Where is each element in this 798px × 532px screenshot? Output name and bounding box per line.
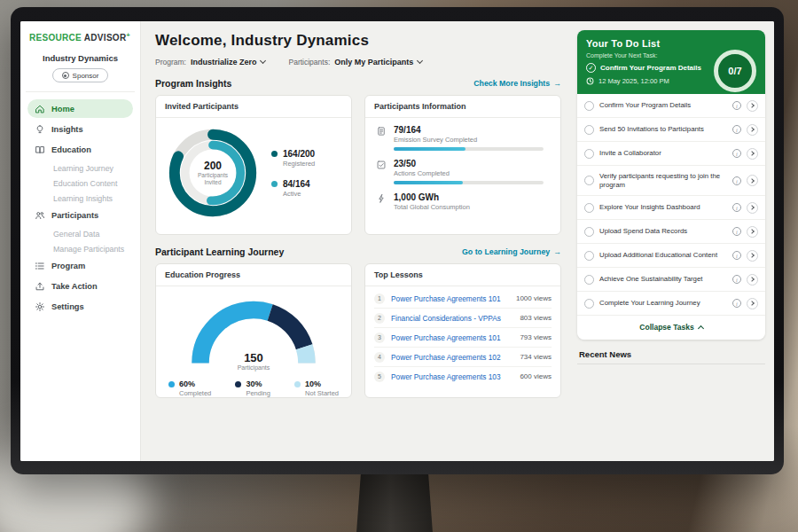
stat-total-consumption: 1,000 GWh Total Global Consumption [376, 192, 550, 211]
checklist-icon [376, 160, 387, 170]
task-row[interactable]: Invite a Collaborator i [577, 142, 765, 166]
info-icon[interactable]: i [732, 227, 741, 236]
gauge-legend: 60% Completed 30% Pending [156, 374, 351, 397]
task-row[interactable]: Send 50 Invitations to Participants i [577, 118, 765, 142]
task-checkbox[interactable] [584, 275, 594, 285]
book-icon [35, 145, 45, 155]
task-checkbox[interactable] [584, 227, 594, 237]
task-checkbox[interactable] [584, 176, 594, 185]
person-icon [62, 72, 69, 79]
lesson-link[interactable]: Power Purchase Agreements 101 [391, 294, 510, 303]
sponsor-badge[interactable]: Sponsor [52, 68, 109, 82]
info-icon[interactable]: i [732, 299, 741, 308]
sidebar-item-home[interactable]: Home [27, 99, 133, 118]
chevron-right-icon[interactable] [747, 202, 758, 214]
education-progress-card: Education Progress 150 Participants [155, 263, 352, 398]
sidebar-item-learning-insights[interactable]: Learning Insights [27, 191, 133, 206]
task-label: Send 50 Invitations to Participants [599, 125, 727, 134]
info-icon[interactable]: i [732, 101, 741, 110]
sidebar-item-take-action[interactable]: Take Action [27, 277, 133, 295]
logo-text-primary: RESOURCE [29, 33, 82, 43]
todo-panel: Your To Do List Complete Your Next Task:… [572, 21, 774, 461]
lesson-link[interactable]: Power Purchase Agreements 101 [391, 333, 513, 342]
sidebar-item-manage-participants[interactable]: Manage Participants [27, 241, 133, 256]
task-row[interactable]: Explore Your Insights Dashboard i [577, 196, 765, 220]
home-icon [35, 104, 45, 114]
task-row[interactable]: Verify participants requesting to join t… [577, 166, 765, 196]
collapse-tasks-button[interactable]: Collapse Tasks [577, 316, 765, 340]
sidebar-item-general-data[interactable]: General Data [27, 226, 133, 241]
actions-progress-bar [394, 181, 544, 184]
chevron-down-icon [417, 58, 423, 64]
program-dropdown[interactable]: Program: Industrialize Zero [155, 58, 265, 66]
info-icon[interactable]: i [732, 275, 741, 284]
chevron-right-icon[interactable] [747, 226, 758, 238]
learning-journey-title: Participant Learning Journey [155, 246, 284, 257]
lesson-views: 793 views [520, 333, 552, 341]
task-checkbox[interactable] [584, 101, 594, 111]
task-label: Invite a Collaborator [599, 149, 727, 158]
invited-participants-card: Invited Participants 200 Partic [155, 95, 352, 235]
chevron-right-icon[interactable] [747, 148, 758, 160]
sidebar-item-participants[interactable]: Participants [27, 206, 133, 224]
task-row[interactable]: Upload Additional Educational Content i [577, 244, 765, 268]
clock-icon [586, 77, 594, 85]
chevron-right-icon[interactable] [747, 100, 758, 112]
sidebar-item-learning-journey[interactable]: Learning Journey [27, 160, 133, 176]
lesson-row: 1 Power Purchase Agreements 101 1000 vie… [374, 289, 552, 309]
sidebar-item-program[interactable]: Program [27, 256, 133, 275]
chevron-right-icon[interactable] [747, 274, 758, 286]
info-icon[interactable]: i [732, 176, 741, 185]
sidebar-item-settings[interactable]: Settings [27, 297, 133, 316]
stat-emission-survey: 79/164 Emission Survey Completed [376, 125, 550, 151]
lesson-views: 803 views [520, 314, 552, 322]
sidebar-item-education[interactable]: Education [27, 140, 133, 159]
sidebar-item-insights[interactable]: Insights [27, 120, 133, 138]
lesson-row: 2 Financial Considerations - VPPAs 803 v… [374, 309, 552, 328]
chevron-right-icon[interactable] [747, 298, 758, 309]
task-checkbox[interactable] [584, 203, 594, 213]
task-row[interactable]: Confirm Your Program Details i [577, 94, 765, 118]
info-icon[interactable]: i [732, 251, 741, 260]
task-row[interactable]: Upload Spend Data Records i [577, 220, 765, 244]
task-row[interactable]: Achieve One Sustainability Target i [577, 268, 765, 292]
legend-dot [168, 381, 175, 387]
chevron-right-icon[interactable] [747, 124, 758, 136]
org-name: Industry Dynamics [27, 53, 133, 63]
logo-plus: + [126, 32, 129, 38]
legend-dot [294, 381, 301, 387]
todo-title: Your To Do List [586, 38, 756, 49]
filter-bar: Program: Industrialize Zero Participants… [155, 58, 561, 66]
survey-icon [376, 126, 387, 137]
lightbulb-icon [35, 124, 45, 135]
lesson-rank: 3 [374, 332, 385, 343]
participants-dropdown[interactable]: Participants: Only My Participants [288, 58, 422, 66]
sidebar-item-education-content[interactable]: Education Content [27, 176, 133, 191]
app-logo: RESOURCE ADVISOR+ [27, 30, 133, 50]
legend-dot [235, 381, 241, 387]
task-row[interactable]: Complete Your Learning Journey i [577, 292, 765, 316]
recent-news-divider [577, 364, 765, 364]
gear-icon [35, 301, 45, 312]
chevron-right-icon[interactable] [747, 250, 758, 262]
go-to-learning-journey-link[interactable]: Go to Learning Journey → [462, 247, 561, 256]
recent-news-title: Recent News [579, 349, 765, 359]
task-checkbox[interactable] [584, 251, 594, 261]
lesson-link[interactable]: Financial Considerations - VPPAs [391, 314, 513, 323]
lesson-views: 734 views [520, 353, 552, 361]
chevron-right-icon[interactable] [747, 175, 758, 186]
lesson-link[interactable]: Power Purchase Agreements 102 [391, 353, 513, 362]
upload-action-icon [35, 281, 45, 292]
task-checkbox[interactable] [584, 125, 594, 135]
card-title: Participants Information [365, 96, 560, 118]
task-checkbox[interactable] [584, 299, 594, 309]
info-icon[interactable]: i [732, 149, 741, 158]
chevron-down-icon [260, 58, 266, 64]
lesson-link[interactable]: Power Purchase Agreements 103 [391, 372, 513, 381]
task-checkbox[interactable] [584, 149, 594, 159]
legend-completed: 60% Completed [168, 379, 211, 397]
check-more-insights-link[interactable]: Check More Insights → [473, 79, 561, 88]
top-lessons-card: Top Lessons 1 Power Purchase Agreements … [364, 263, 561, 398]
info-icon[interactable]: i [732, 203, 741, 212]
info-icon[interactable]: i [732, 125, 741, 134]
